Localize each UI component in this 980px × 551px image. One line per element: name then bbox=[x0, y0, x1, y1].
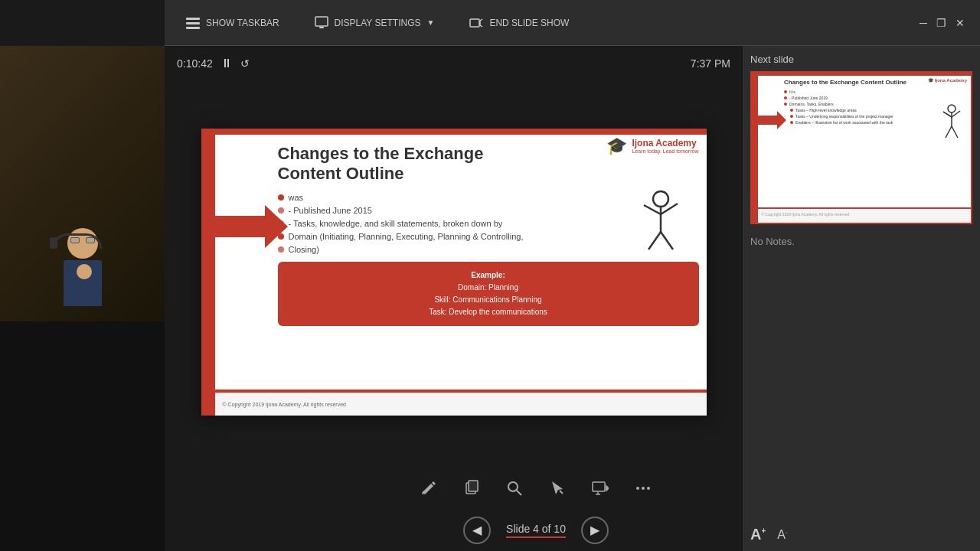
webcam-panel bbox=[0, 46, 165, 551]
bottom-toolbar bbox=[329, 467, 743, 509]
slide-bullets: was - Published June 2015 - Tasks, knowl… bbox=[278, 193, 699, 254]
prev-slide-button[interactable]: ◀ bbox=[463, 517, 491, 544]
example-line3: Task: Develop the communications bbox=[290, 306, 687, 318]
example-line2: Skill: Communications Planning bbox=[290, 294, 687, 306]
font-decrease-button[interactable]: A- bbox=[777, 528, 787, 542]
next-slide-preview: 🎓 Ijona Academy Changes to the Exchange … bbox=[750, 71, 972, 224]
svg-line-32 bbox=[952, 126, 958, 138]
search-tool-button[interactable] bbox=[501, 474, 528, 502]
svg-rect-4 bbox=[319, 27, 324, 28]
svg-line-19 bbox=[560, 491, 563, 494]
example-box: Example: Domain: Planning Skill: Communi… bbox=[278, 262, 699, 326]
bullet-dot-3 bbox=[278, 220, 284, 227]
webcam-video bbox=[0, 46, 165, 321]
svg-point-25 bbox=[642, 487, 645, 490]
font-increase-button[interactable]: A+ bbox=[750, 526, 766, 543]
next-slide-label: Next slide bbox=[750, 54, 972, 65]
main-layout: 0:10:42 ⏸ ↺ 7:37 PM 🎓 bbox=[0, 46, 980, 551]
svg-rect-20 bbox=[593, 482, 605, 491]
slide-top-bar bbox=[215, 129, 707, 135]
svg-rect-0 bbox=[186, 18, 200, 20]
reset-button[interactable]: ↺ bbox=[240, 57, 250, 70]
mini-footer-text: © Copyright 2019 Ijona Academy. All righ… bbox=[758, 209, 971, 220]
pen-tool-button[interactable] bbox=[415, 474, 443, 502]
slide-arrow bbox=[215, 205, 288, 248]
more-tool-button[interactable] bbox=[629, 474, 657, 502]
notes-text: No Notes. bbox=[750, 236, 795, 247]
mini-bullet-5: Tasks – Underlying responsibilities of t… bbox=[784, 114, 967, 119]
mini-bullet-4: Tasks – High-level knowledge areas bbox=[784, 108, 967, 112]
bullet-dot-2 bbox=[278, 207, 284, 214]
end-slideshow-button[interactable]: END SLIDE SHOW bbox=[463, 13, 575, 33]
next-slide-button[interactable]: ▶ bbox=[581, 517, 609, 544]
arrow-body bbox=[215, 216, 265, 237]
example-line1: Domain: Planning bbox=[290, 282, 687, 294]
mini-bullet-6: Enablers – Illustrative list of work ass… bbox=[784, 120, 967, 125]
restore-button[interactable]: ❐ bbox=[936, 17, 946, 29]
mini-bullet-1: It is bbox=[784, 90, 967, 94]
svg-rect-1 bbox=[186, 22, 200, 24]
display-settings-button[interactable]: DISPLAY SETTINGS ▼ bbox=[309, 13, 441, 33]
mini-left-bar bbox=[752, 73, 758, 223]
right-panel: Next slide 🎓 Ijona Academy bbox=[743, 46, 980, 551]
bullet-item-5: Closing) bbox=[278, 245, 699, 254]
taskbar-icon bbox=[186, 16, 200, 30]
svg-point-24 bbox=[636, 487, 639, 490]
presenter-video bbox=[0, 46, 165, 321]
mini-slide-title: Changes to the Exchange Content Outline bbox=[784, 79, 967, 86]
mini-arrow-body bbox=[758, 116, 777, 125]
bullet-dot-5 bbox=[278, 246, 284, 253]
slide-counter: Slide 4 of 10 bbox=[506, 523, 566, 535]
svg-rect-16 bbox=[469, 481, 478, 491]
pause-button[interactable]: ⏸ bbox=[220, 57, 233, 70]
bullet-item-1: was bbox=[278, 193, 699, 202]
timer-controls: 0:10:42 ⏸ ↺ bbox=[177, 57, 250, 70]
display-settings-arrow: ▼ bbox=[427, 18, 435, 27]
svg-point-17 bbox=[508, 482, 518, 491]
toolbar: SHOW TASKBAR DISPLAY SETTINGS ▼ END SLID… bbox=[165, 0, 980, 46]
bullet-item-4: Domain (Initiating, Planning, Executing,… bbox=[278, 232, 699, 241]
slide-counter-underline bbox=[506, 536, 566, 538]
svg-rect-3 bbox=[315, 17, 328, 26]
copy-tool-button[interactable] bbox=[458, 474, 485, 502]
clock-time: 7:37 PM bbox=[691, 57, 730, 70]
display-settings-label: DISPLAY SETTINGS bbox=[335, 18, 421, 28]
slide-counter-wrapper: Slide 4 of 10 bbox=[506, 523, 566, 538]
show-taskbar-button[interactable]: SHOW TASKBAR bbox=[180, 13, 286, 33]
close-button[interactable]: ✕ bbox=[956, 17, 965, 29]
svg-rect-2 bbox=[186, 27, 200, 29]
svg-rect-5 bbox=[470, 19, 479, 27]
mini-arrow bbox=[758, 111, 786, 129]
bullet-dot-1 bbox=[278, 194, 284, 201]
slide-title: Changes to the Exchange Content Outline bbox=[278, 144, 699, 184]
slide-left-bar bbox=[201, 129, 215, 416]
svg-line-18 bbox=[517, 491, 521, 495]
navigation-area: ◀ Slide 4 of 10 ▶ bbox=[329, 509, 743, 551]
svg-line-6 bbox=[480, 19, 482, 21]
show-taskbar-label: SHOW TASKBAR bbox=[206, 18, 279, 28]
slide-content: Changes to the Exchange Content Outline … bbox=[278, 144, 699, 385]
svg-point-26 bbox=[647, 487, 650, 490]
slide-container: 🎓 Ijona Academy Learn today. Lead tomorr… bbox=[165, 80, 743, 467]
mini-bullet-3: Domains, Tasks, Enablers bbox=[784, 102, 967, 106]
mini-slide-content: Changes to the Exchange Content Outline … bbox=[784, 79, 967, 126]
notes-area: No Notes. bbox=[750, 236, 972, 247]
minimize-button[interactable]: ─ bbox=[920, 17, 927, 29]
bullet-item-3: - Tasks, knowledge, and skill statements… bbox=[278, 219, 699, 228]
end-slideshow-label: END SLIDE SHOW bbox=[489, 18, 569, 28]
svg-line-7 bbox=[480, 25, 482, 27]
bullet-dot-4 bbox=[278, 233, 284, 240]
slide-footer: © Copyright 2019 Ijona Academy. All righ… bbox=[215, 393, 707, 416]
svg-marker-23 bbox=[606, 486, 609, 491]
mini-top-bar bbox=[758, 73, 971, 76]
end-slideshow-icon bbox=[469, 16, 483, 30]
elapsed-time: 0:10:42 bbox=[177, 57, 213, 70]
display-icon bbox=[315, 16, 328, 30]
example-title: Example: bbox=[290, 269, 687, 282]
main-slide: 🎓 Ijona Academy Learn today. Lead tomorr… bbox=[201, 129, 707, 416]
pointer-tool-button[interactable] bbox=[544, 474, 571, 502]
timer-bar: 0:10:42 ⏸ ↺ 7:37 PM bbox=[165, 46, 743, 80]
mini-footer: © Copyright 2019 Ijona Academy. All righ… bbox=[758, 209, 971, 223]
svg-line-31 bbox=[946, 126, 952, 138]
slideshow-tool-button[interactable] bbox=[586, 474, 614, 502]
